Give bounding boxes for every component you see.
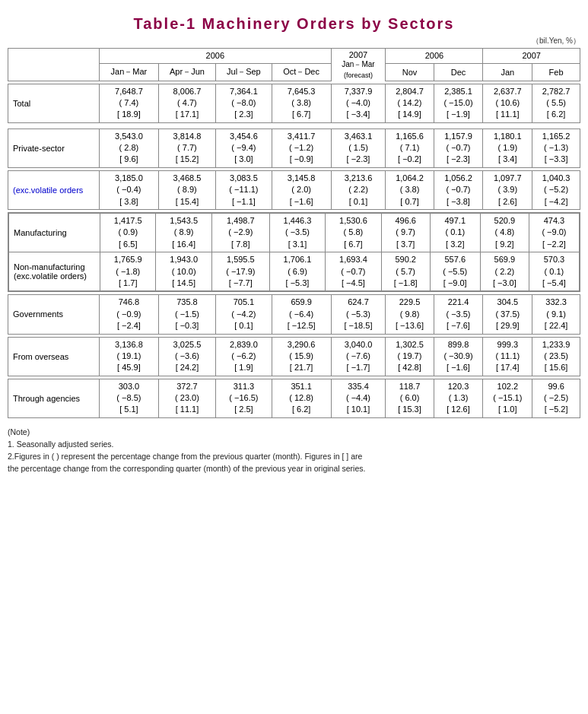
row-label: Governments: [8, 295, 100, 334]
spacer-row: [8, 417, 580, 420]
data-cell: 7,645.3( 3.8)[ 6.7]: [272, 84, 331, 122]
data-cell: 7,648.7( 7.4)[ 18.9]: [100, 84, 159, 122]
data-cell: 1,157.9( −0.7)[ −2.3]: [434, 129, 483, 167]
page-title: Table-1 Machinery Orders by Sectors: [8, 15, 580, 33]
data-cell: 1,765.9( −1.8)[ 1.7]: [100, 252, 156, 291]
data-cell: 705.1( −4.2)[ 0.1]: [216, 295, 272, 334]
non-manufacturing-label: Non-manufacturing(exc.volatile orders): [9, 252, 100, 291]
data-cell: 3,468.5( 8.9)[ 15.4]: [158, 170, 215, 209]
row-label: Total: [8, 84, 100, 122]
data-cell: 1,040.3( −5.2)[ −4.2]: [532, 170, 580, 209]
data-cell: 372.7( 23.0)[ 11.1]: [158, 379, 215, 417]
data-cell: 1,530.6( 5.8)[ 6.7]: [326, 214, 381, 252]
data-cell: 1,056.2( −0.7)[ −3.8]: [434, 170, 483, 209]
header-2007b: 2007: [483, 49, 580, 64]
data-cell: 3,025.5( −3.6)[ 24.2]: [158, 337, 215, 376]
empty-header: [8, 49, 100, 81]
data-cell: 1,233.9( 23.5)[ 15.6]: [532, 337, 580, 376]
header-2007: 2007 Jan－Mar (forecast): [331, 49, 386, 81]
note-line2: 2.Figures in ( ) represent the percentag…: [8, 451, 580, 463]
data-cell: 221.4( −3.5)[ −7.6]: [434, 295, 483, 334]
row-label: Private-sector: [8, 129, 100, 167]
data-cell: 497.1( 0.1)[ 3.2]: [430, 214, 480, 252]
data-cell: 335.4( −4.4)[ 10.1]: [331, 379, 386, 417]
data-cell: 3,814.8( 7.7)[ 15.2]: [158, 129, 215, 167]
data-cell: 3,136.8( 19.1)[ 45.9]: [100, 337, 159, 376]
table-row: Private-sector3,543.0( 2.8)[ 9.6]3,814.8…: [8, 129, 580, 167]
notes-section: (Note) 1. Seasonally adjusted series. 2.…: [8, 427, 580, 474]
data-cell: 1,165.6( 7.1)[ −0.2]: [386, 129, 434, 167]
data-cell: 1,165.2( −1.3)[ −3.3]: [532, 129, 580, 167]
data-cell: 659.9( −6.4)[ −12.5]: [272, 295, 331, 334]
header-jan: Jan: [483, 63, 532, 81]
data-cell: 1,097.7( 3.9)[ 2.6]: [483, 170, 532, 209]
manufacturing-label: Manufacturing: [9, 214, 100, 252]
data-cell: 304.5( 37.5)[ 29.9]: [483, 295, 532, 334]
data-cell: 3,290.6( 15.9)[ 21.7]: [272, 337, 331, 376]
data-cell: 3,083.5( −11.1)[ −1.1]: [216, 170, 272, 209]
row-label: (exc.volatile orders: [8, 170, 100, 209]
data-cell: 557.6( −5.5)[ −9.0]: [430, 252, 480, 291]
header-dec: Dec: [434, 63, 483, 81]
data-cell: 590.2( 5.7)[ −1.8]: [381, 252, 430, 291]
row-label: Through agencies: [8, 379, 100, 417]
unit-note: （bil.Yen, %）: [8, 36, 580, 46]
manufacturing-row: Manufacturing1,417.5( 0.9)[ 6.5]1,543.5(…: [9, 214, 580, 252]
manufacturing-section: Manufacturing1,417.5( 0.9)[ 6.5]1,543.5(…: [8, 213, 580, 292]
data-cell: 120.3( 1.3)[ 12.6]: [434, 379, 483, 417]
data-cell: 3,185.0( −0.4)[ 3.8]: [100, 170, 159, 209]
data-cell: 7,364.1( −8.0)[ 2.3]: [216, 84, 272, 122]
data-cell: 3,411.7( −1.2)[ −0.9]: [272, 129, 331, 167]
data-cell: 1,064.2( 3.8)[ 0.7]: [386, 170, 434, 209]
data-cell: 3,454.6( −9.4)[ 3.0]: [216, 129, 272, 167]
data-cell: 1,302.5( 19.7)[ 42.8]: [386, 337, 434, 376]
data-cell: 3,463.1( 1.5)[ −2.3]: [331, 129, 386, 167]
data-cell: 570.3( 0.1)[ −5.4]: [529, 252, 579, 291]
data-cell: 2,782.7( 5.5)[ 6.2]: [532, 84, 580, 122]
data-cell: 7,337.9( −4.0)[ −3.4]: [331, 84, 386, 122]
table-row: Total7,648.7( 7.4)[ 18.9]8,006.7( 4.7)[ …: [8, 84, 580, 122]
header-janmar: Jan－Mar: [100, 63, 159, 81]
data-cell: 2,637.7( 10.6)[ 11.1]: [483, 84, 532, 122]
header-row-1: 2006 2007 Jan－Mar (forecast) 2006 2007: [8, 49, 580, 64]
data-cell: 118.7( 6.0)[ 15.3]: [386, 379, 434, 417]
data-cell: 735.8( −1.5)[ −0.3]: [158, 295, 215, 334]
data-cell: 899.8( −30.9)[ −1.6]: [434, 337, 483, 376]
data-cell: 2,804.7( 14.2)[ 14.9]: [386, 84, 434, 122]
data-cell: 3,040.0( −7.6)[ −1.7]: [331, 337, 386, 376]
data-cell: 999.3( 11.1)[ 17.4]: [483, 337, 532, 376]
data-cell: 2,385.1( −15.0)[ −1.9]: [434, 84, 483, 122]
data-cell: 229.5( 9.8)[ −13.6]: [386, 295, 434, 334]
data-cell: 102.2( −15.1)[ 1.0]: [483, 379, 532, 417]
data-cell: 303.0( −8.5)[ 5.1]: [100, 379, 159, 417]
data-cell: 496.6( 9.7)[ 3.7]: [381, 214, 430, 252]
non-manufacturing-row: Non-manufacturing(exc.volatile orders)1,…: [9, 252, 580, 291]
data-cell: 3,213.6( 2.2)[ 0.1]: [331, 170, 386, 209]
data-cell: 3,543.0( 2.8)[ 9.6]: [100, 129, 159, 167]
main-table: 2006 2007 Jan－Mar (forecast) 2006 2007 J…: [8, 48, 580, 420]
data-cell: 8,006.7( 4.7)[ 17.1]: [158, 84, 215, 122]
table-row: (exc.volatile orders3,185.0( −0.4)[ 3.8]…: [8, 170, 580, 209]
data-cell: 1,446.3( −3.5)[ 3.1]: [269, 214, 325, 252]
row-label: From overseas: [8, 337, 100, 376]
data-cell: 1,543.5( 8.9)[ 16.4]: [156, 214, 211, 252]
header-2006: 2006: [100, 49, 332, 64]
data-cell: 624.7( −5.3)[ −18.5]: [331, 295, 386, 334]
data-cell: 3,145.8( 2.0)[ −1.6]: [272, 170, 331, 209]
table-row: From overseas3,136.8( 19.1)[ 45.9]3,025.…: [8, 337, 580, 376]
note-line3: the percentage change from the correspon…: [8, 463, 580, 475]
header-nov: Nov: [386, 63, 434, 81]
data-cell: 569.9( 2.2)[ −3.0]: [480, 252, 529, 291]
table-row: Through agencies303.0( −8.5)[ 5.1]372.7(…: [8, 379, 580, 417]
header-aprjun: Apr－Jun: [158, 63, 215, 81]
data-cell: 1,595.5( −17.9)[ −7.7]: [211, 252, 269, 291]
data-cell: 474.3( −9.0)[ −2.2]: [529, 214, 579, 252]
data-cell: 2,839.0( −6.2)[ 1.9]: [216, 337, 272, 376]
data-cell: 1,417.5( 0.9)[ 6.5]: [100, 214, 156, 252]
data-cell: 99.6( −2.5)[ −5.2]: [532, 379, 580, 417]
note-line1: 1. Seasonally adjusted series.: [8, 439, 580, 451]
table-row: Governments746.8( −0.9)[ −2.4]735.8( −1.…: [8, 295, 580, 334]
data-cell: 746.8( −0.9)[ −2.4]: [100, 295, 159, 334]
header-feb: Feb: [532, 63, 580, 81]
data-cell: 1,706.1( 6.9)[ −5.3]: [269, 252, 325, 291]
